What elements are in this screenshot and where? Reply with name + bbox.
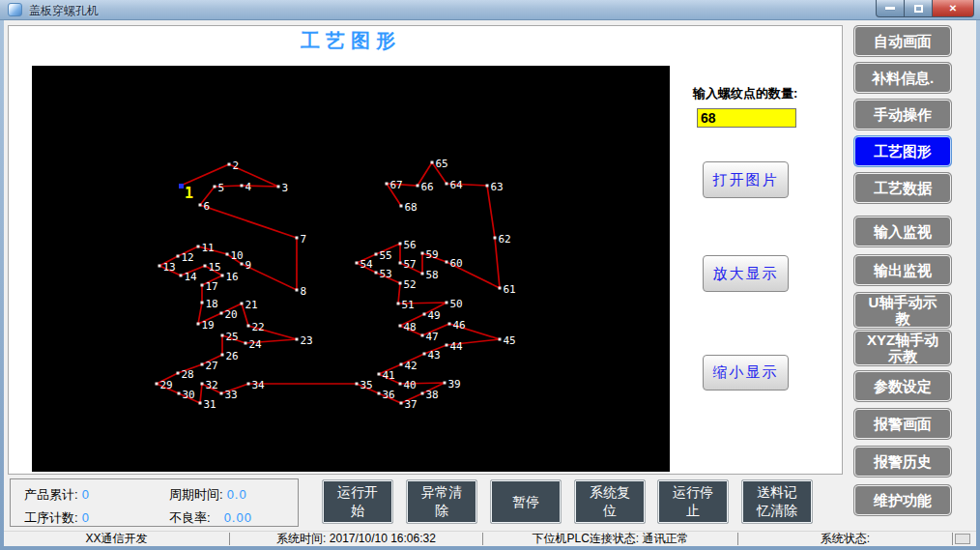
app-window: 盖板穿螺孔机 ✕ 工艺图形 12345678910111213141516171… (0, 0, 980, 550)
svg-text:42: 42 (405, 360, 418, 372)
svg-text:41: 41 (383, 369, 395, 382)
svg-text:6: 6 (204, 200, 211, 213)
sidebar-item-auto-screen[interactable]: 自动画面 (854, 26, 951, 56)
close-button[interactable]: ✕ (932, 0, 974, 17)
zoom-in-display-button[interactable]: 放大显示 (703, 255, 789, 292)
svg-text:20: 20 (225, 308, 238, 321)
svg-text:8: 8 (301, 285, 307, 298)
svg-text:55: 55 (380, 249, 392, 262)
svg-text:34: 34 (252, 379, 266, 391)
svg-text:5: 5 (218, 182, 225, 194)
sidebar-item-input-monitor[interactable]: 输入监视 (854, 217, 951, 246)
sidebar-item-param-setting[interactable]: 参数设定 (854, 371, 951, 401)
svg-text:33: 33 (225, 389, 238, 401)
svg-text:22: 22 (252, 321, 265, 333)
sidebar-item-manual-op[interactable]: 手动操作 (854, 100, 951, 130)
statusbar-system-state: 系统状态: (738, 533, 953, 545)
run-stop-button[interactable]: 运行停止 (657, 479, 729, 524)
svg-text:52: 52 (404, 278, 417, 291)
sidebar-item-process-data[interactable]: 工艺数据 (854, 173, 951, 203)
thread-count-input[interactable] (697, 108, 796, 128)
error-clear-button[interactable]: 异常清除 (406, 479, 477, 524)
statusbar-plc-status: 下位机PLC连接状态: 通讯正常 (483, 533, 738, 545)
sidebar-item-u-axis-teach[interactable]: U轴手动示教 (854, 293, 951, 328)
sidebar-item-alarm-history[interactable]: 报警历史 (854, 447, 951, 477)
stat-label: 工序计数: (24, 510, 78, 525)
svg-text:9: 9 (245, 259, 252, 272)
sidebar-item-maintenance[interactable]: 维护功能 (854, 485, 951, 515)
svg-text:56: 56 (404, 239, 417, 251)
svg-text:16: 16 (226, 271, 239, 283)
svg-text:28: 28 (182, 368, 194, 381)
svg-text:68: 68 (405, 201, 418, 214)
statusbar-system-time: 系统时间: 2017/10/10 16:06:32 (230, 533, 483, 545)
feed-memory-clear-button[interactable]: 送料记忆清除 (741, 479, 813, 524)
svg-text:32: 32 (206, 379, 218, 391)
stat-label: 产品累计: (24, 487, 78, 502)
maximize-button[interactable] (905, 0, 932, 17)
svg-text:65: 65 (436, 158, 448, 170)
pause-button[interactable]: 暂停 (490, 479, 562, 524)
minimize-icon (885, 7, 895, 10)
svg-text:67: 67 (390, 179, 403, 191)
process-canvas-svg: 1234567891011121314151617181920212223242… (32, 66, 670, 472)
stat-value: 0.00 (224, 510, 252, 525)
maximize-icon (914, 5, 923, 13)
sidebar-item-process-graphic[interactable]: 工艺图形 (854, 136, 951, 166)
statusbar-grip (955, 534, 970, 544)
svg-text:59: 59 (426, 248, 439, 261)
svg-text:39: 39 (448, 378, 461, 391)
svg-text:35: 35 (360, 379, 373, 391)
svg-text:64: 64 (450, 179, 464, 191)
svg-text:18: 18 (206, 298, 218, 310)
window-title: 盖板穿螺孔机 (29, 3, 99, 19)
window-frame-right (976, 20, 980, 550)
svg-text:61: 61 (504, 283, 516, 296)
statusbar: XX通信开发 系统时间: 2017/10/10 16:06:32 下位机PLC连… (4, 531, 976, 546)
stats-box: 产品累计:0 周期时间:0.0 工序计数:0 不良率:0.00 (10, 478, 299, 527)
svg-text:43: 43 (428, 349, 441, 362)
thread-count-label: 输入螺纹点的数量: (693, 85, 797, 102)
svg-text:2: 2 (233, 159, 240, 172)
stat-cycle-time: 周期时间:0.0 (169, 486, 298, 504)
svg-text:11: 11 (202, 242, 215, 254)
minimize-button[interactable] (876, 0, 905, 17)
window-frame-left (0, 20, 4, 550)
svg-text:23: 23 (301, 334, 313, 347)
stat-process-count: 工序计数:0 (24, 509, 169, 527)
svg-text:31: 31 (204, 398, 216, 411)
window-controls: ✕ (876, 0, 974, 17)
sidebar-item-feed-info[interactable]: 补料信息. (854, 63, 951, 93)
window-frame-bottom (0, 546, 980, 550)
svg-text:46: 46 (453, 319, 466, 332)
svg-text:3: 3 (282, 182, 289, 194)
sidebar-item-xyz-axis-teach[interactable]: XYZ轴手动示教 (854, 331, 951, 365)
svg-text:24: 24 (249, 338, 263, 351)
svg-text:27: 27 (206, 360, 218, 372)
svg-text:44: 44 (450, 340, 464, 353)
stat-value: 0 (82, 487, 90, 502)
svg-text:50: 50 (450, 298, 463, 310)
svg-text:38: 38 (426, 389, 439, 401)
svg-text:10: 10 (231, 249, 244, 262)
svg-text:58: 58 (426, 269, 439, 281)
zoom-out-display-button[interactable]: 缩小显示 (703, 355, 789, 391)
stat-value: 0.0 (227, 487, 247, 502)
stat-label: 周期时间: (169, 487, 223, 502)
svg-text:19: 19 (202, 319, 215, 332)
sidebar-item-output-monitor[interactable]: 输出监视 (854, 255, 951, 285)
svg-text:57: 57 (404, 258, 417, 271)
open-image-button[interactable]: 打开图片 (703, 161, 789, 198)
svg-text:13: 13 (163, 261, 176, 274)
svg-text:1: 1 (185, 185, 193, 202)
svg-text:15: 15 (209, 261, 221, 274)
svg-text:53: 53 (380, 268, 392, 280)
sidebar-item-alarm-screen[interactable]: 报警画面 (854, 409, 951, 439)
svg-text:14: 14 (185, 271, 198, 283)
svg-text:48: 48 (404, 321, 417, 333)
svg-text:40: 40 (404, 379, 417, 391)
run-start-button[interactable]: 运行开始 (322, 479, 393, 524)
system-reset-button[interactable]: 系统复位 (574, 479, 646, 524)
stat-product-total: 产品累计:0 (24, 486, 169, 504)
close-icon: ✕ (949, 3, 957, 14)
